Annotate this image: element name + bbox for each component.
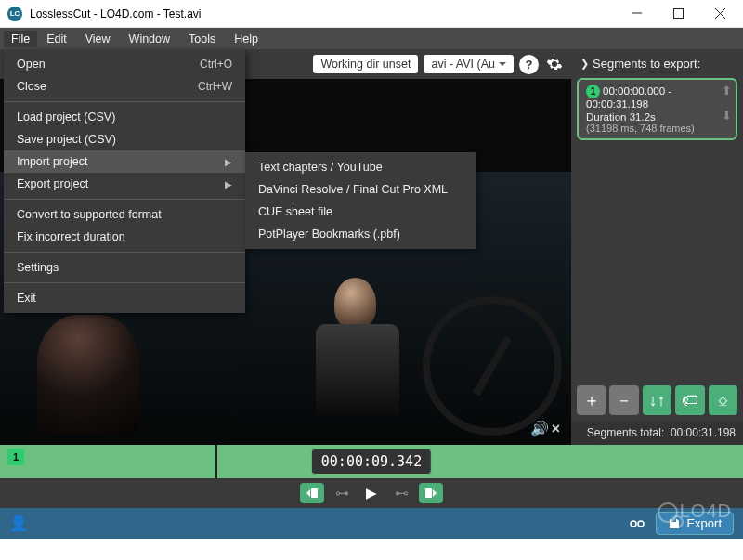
transport-controls: ⊶ ▶ ⊷	[0, 478, 743, 508]
menu-item-save-project[interactable]: Save project (CSV)	[4, 128, 245, 150]
menu-edit[interactable]: Edit	[37, 31, 76, 47]
submenu-item-cue[interactable]: CUE sheet file	[245, 201, 476, 223]
segment-move-down-icon[interactable]: ⬇	[722, 109, 732, 123]
segments-total-label: Segments total:	[587, 426, 664, 439]
menu-item-export-project[interactable]: Export project▶	[4, 173, 245, 195]
svg-rect-0	[674, 9, 684, 19]
window-close-button[interactable]	[699, 0, 741, 28]
settings-icon[interactable]	[544, 55, 564, 74]
segment-item[interactable]: 100:00:00.000 - 00:00:31.198 Duration 31…	[577, 78, 737, 140]
window-minimize-button[interactable]	[616, 0, 658, 28]
segments-total: Segments total: 00:00:31.198	[571, 421, 743, 445]
submenu-item-potplayer[interactable]: PotPlayer Bookmarks (.pbf)	[245, 223, 476, 245]
menu-item-convert[interactable]: Convert to supported format	[4, 203, 245, 226]
timecode-display[interactable]: 00:00:09.342	[311, 449, 432, 475]
next-keyframe-button[interactable]: ⊷	[389, 485, 413, 501]
import-project-submenu: Text chapters / YouTube DaVinci Resolve …	[245, 152, 476, 249]
submenu-item-davinci[interactable]: DaVinci Resolve / Final Cut Pro XML	[245, 178, 476, 201]
person-icon[interactable]: 👤	[9, 514, 28, 532]
watermark: LO4D	[658, 501, 732, 523]
add-segment-button[interactable]: ＋	[577, 385, 606, 415]
window-maximize-button[interactable]	[658, 0, 699, 28]
status-bar: 👤 Export	[0, 508, 743, 539]
menu-tools[interactable]: Tools	[179, 31, 225, 47]
segments-header[interactable]: Segments to export:	[571, 49, 743, 76]
menu-help[interactable]: Help	[225, 31, 267, 47]
menu-item-close[interactable]: CloseCtrl+W	[4, 75, 245, 98]
set-cut-start-button[interactable]	[300, 483, 324, 503]
play-button[interactable]: ▶	[359, 483, 384, 503]
menubar: File Edit View Window Tools Help	[0, 28, 743, 49]
segments-sidebar: Segments to export: 100:00:00.000 - 00:0…	[571, 49, 743, 445]
submenu-item-text-chapters[interactable]: Text chapters / YouTube	[245, 156, 476, 178]
output-format-dropdown[interactable]: avi - AVI (Au	[424, 55, 514, 73]
window-title: LosslessCut - LO4D.com - Test.avi	[30, 7, 202, 20]
file-menu-dropdown: OpenCtrl+O CloseCtrl+W Load project (CSV…	[4, 49, 245, 313]
sort-segments-button[interactable]: ↓↑	[643, 385, 671, 415]
timeline[interactable]: 1 00:00:09.342	[0, 445, 743, 478]
merge-icon[interactable]	[626, 513, 648, 535]
segment-duration: Duration 31.2s	[586, 111, 728, 123]
menu-file[interactable]: File	[4, 31, 37, 47]
segment-move-up-icon[interactable]: ⬆	[722, 84, 732, 98]
menu-item-fix-duration[interactable]: Fix incorrect duration	[4, 226, 245, 248]
help-button[interactable]: ?	[519, 55, 539, 74]
remove-segment-button[interactable]: －	[609, 385, 638, 415]
mute-icon[interactable]: 🔊×	[530, 420, 560, 437]
menu-item-import-project[interactable]: Import project▶	[4, 150, 245, 173]
segment-frames: (31198 ms, 748 frames)	[586, 123, 728, 134]
set-cut-end-button[interactable]	[419, 483, 443, 503]
segment-index: 1	[586, 85, 600, 98]
segment-toolbar: ＋ － ↓↑ 🏷 ⎐	[571, 385, 743, 421]
timeline-segment-badge[interactable]: 1	[7, 449, 24, 465]
app-icon: LC	[7, 7, 22, 21]
working-dir-button[interactable]: Working dir unset	[313, 55, 418, 73]
svg-point-2	[638, 521, 644, 527]
timeline-playhead[interactable]	[215, 445, 217, 478]
menu-window[interactable]: Window	[120, 31, 179, 47]
menu-item-settings[interactable]: Settings	[4, 256, 245, 279]
menu-item-open[interactable]: OpenCtrl+O	[4, 53, 245, 75]
svg-point-1	[631, 521, 636, 527]
window-titlebar: LC LosslessCut - LO4D.com - Test.avi	[0, 0, 743, 28]
segments-total-value: 00:00:31.198	[671, 426, 736, 439]
prev-keyframe-button[interactable]: ⊶	[330, 485, 354, 501]
menu-item-exit[interactable]: Exit	[4, 287, 245, 309]
menu-view[interactable]: View	[76, 31, 120, 47]
split-segment-button[interactable]: ⎐	[709, 385, 737, 415]
menu-item-load-project[interactable]: Load project (CSV)	[4, 106, 245, 128]
label-segment-button[interactable]: 🏷	[675, 385, 704, 415]
